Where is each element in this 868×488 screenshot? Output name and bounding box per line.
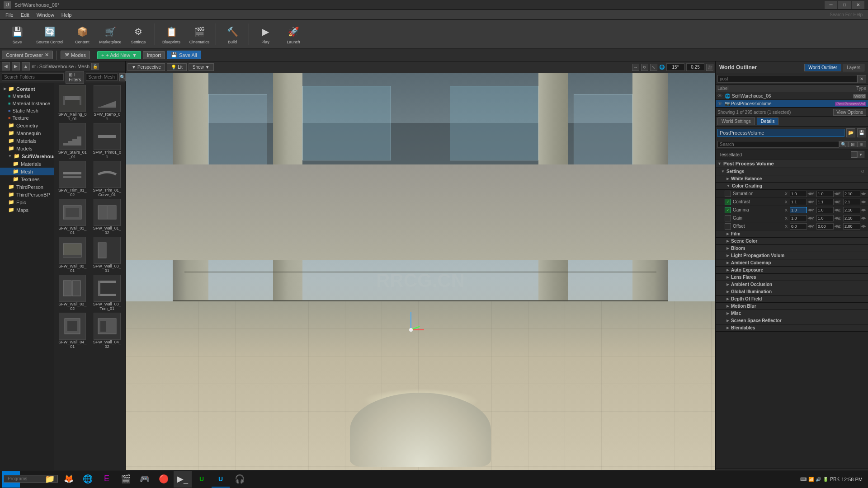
- tree-item-static-mesh[interactable]: ■ Static Mesh: [0, 107, 54, 114]
- asset-search-input[interactable]: [86, 73, 118, 81]
- taskbar-ue4-active[interactable]: U: [212, 471, 230, 488]
- ppv-visibility-icon[interactable]: 👁: [717, 101, 725, 106]
- saturation-enable[interactable]: [725, 191, 731, 197]
- menu-window[interactable]: Window: [33, 11, 58, 19]
- tree-item-textures[interactable]: 📁 Textures: [0, 175, 54, 183]
- maximize-button[interactable]: □: [838, 1, 851, 9]
- browse-button[interactable]: 📂: [846, 128, 855, 137]
- dof-subsection[interactable]: ▶ Depth Of Field: [716, 296, 868, 303]
- tessellated-expand[interactable]: ▼: [857, 151, 864, 158]
- forward-button[interactable]: ▶: [12, 62, 20, 70]
- auto-exposure-subsection[interactable]: ▶ Auto Exposure: [716, 267, 868, 274]
- list-item[interactable]: SFW_Railing_01_01: [56, 85, 89, 121]
- launch-button[interactable]: 🚀 Launch: [280, 22, 307, 47]
- tessellated-checkbox[interactable]: [851, 151, 857, 158]
- list-item[interactable]: SFW_Stairs_01_01: [56, 123, 89, 159]
- tree-item-geometry[interactable]: 📁 Geometry: [0, 122, 54, 129]
- save-details-button[interactable]: 💾: [857, 128, 866, 137]
- offset-enable[interactable]: [725, 223, 731, 230]
- rotate-button[interactable]: ↻: [641, 64, 648, 71]
- perspective-button[interactable]: ▼ Perspective: [127, 63, 165, 71]
- settings-button[interactable]: ⚙ Settings: [125, 22, 152, 47]
- blendables-subsection[interactable]: ▶ Blendables: [716, 324, 868, 332]
- search-button[interactable]: 🔍: [119, 73, 126, 81]
- taskbar-unreal[interactable]: U: [193, 471, 211, 488]
- add-new-button[interactable]: + + Add New ▼: [97, 51, 141, 59]
- sys-network-icon[interactable]: 📶: [808, 477, 814, 482]
- list-item[interactable]: SFW_Wall_04_02: [91, 313, 124, 349]
- contrast-x[interactable]: [790, 199, 807, 205]
- menu-edit[interactable]: Edit: [17, 11, 33, 19]
- tree-item-maps[interactable]: 📁 Maps: [0, 206, 54, 214]
- outliner-row-world[interactable]: 👁 🌐 ScifiWarehouse_06 World: [716, 92, 868, 100]
- tree-item-mesh[interactable]: 📁 Mesh: [0, 168, 54, 175]
- lock-button[interactable]: 🔒: [91, 63, 99, 70]
- ssr-subsection[interactable]: ▶ Screen Space Reflector: [716, 317, 868, 324]
- taskbar-file-explorer[interactable]: 📁: [41, 471, 59, 488]
- translate-button[interactable]: ↔: [632, 64, 639, 71]
- gamma-x[interactable]: [790, 207, 807, 213]
- tree-item-materials[interactable]: 📁 Materials: [0, 137, 54, 145]
- taskbar-epic[interactable]: E: [98, 471, 116, 488]
- details-search-input[interactable]: [717, 141, 839, 148]
- up-button[interactable]: ▲: [22, 62, 30, 70]
- outliner-close-search[interactable]: ✕: [857, 75, 866, 83]
- outliner-row-ppv[interactable]: 👁 📷 PostProcessVolume PostProcessVol: [716, 100, 868, 108]
- tree-item-thirdperson[interactable]: 📁 ThirdPerson: [0, 183, 54, 191]
- tree-item-material-instance[interactable]: ■ Material Instance: [0, 100, 54, 107]
- camera-speed[interactable]: 🎥: [706, 64, 713, 71]
- save-all-button[interactable]: 💾 Save All: [167, 51, 201, 59]
- ambient-cubemap-subsection[interactable]: ▶ Ambient Cubemap: [716, 259, 868, 267]
- list-item[interactable]: SFW_Trim01_01: [91, 123, 124, 159]
- saturation-x[interactable]: [790, 191, 807, 197]
- world-settings-tab[interactable]: World Settings: [717, 117, 755, 125]
- gain-z[interactable]: [843, 215, 860, 221]
- tree-item-thirdpersonbp[interactable]: 📁 ThirdPersonBP: [0, 191, 54, 198]
- list-item[interactable]: SFW_Wall_01_02: [91, 199, 124, 235]
- list-item[interactable]: SFW_Wall_03_Trim_01: [91, 275, 124, 311]
- breadcrumb-mesh[interactable]: Mesh: [77, 64, 90, 69]
- color-grading-subsection[interactable]: ▼ Color Grading: [716, 183, 868, 190]
- show-button[interactable]: Show ▼: [189, 63, 214, 71]
- close-tab-icon[interactable]: ✕: [45, 52, 49, 58]
- lpv-subsection[interactable]: ▶ Light Propagation Volum: [716, 252, 868, 259]
- taskbar-search[interactable]: [22, 471, 40, 488]
- folder-search-input[interactable]: [2, 73, 64, 81]
- details-search-icon[interactable]: 🔍: [839, 141, 848, 147]
- taskbar-firefox[interactable]: 🦊: [60, 471, 78, 488]
- build-button[interactable]: 🔨 Build: [219, 22, 246, 47]
- offset-y[interactable]: [816, 223, 834, 230]
- settings-reset-icon[interactable]: ↺: [861, 169, 864, 174]
- list-item[interactable]: SFW_Trim_01_02: [56, 161, 89, 197]
- motion-blur-subsection[interactable]: ▶ Motion Blur: [716, 303, 868, 310]
- taskbar-vlc[interactable]: 🎬: [117, 471, 135, 488]
- layers-tab[interactable]: Layers: [843, 64, 864, 71]
- settings-subsection[interactable]: ▼ Settings ↺: [716, 168, 868, 175]
- visibility-icon[interactable]: 👁: [717, 93, 725, 99]
- list-item[interactable]: SFW_Wall_03_02: [56, 275, 89, 311]
- marketplace-button[interactable]: 🛒 Marketplace: [97, 22, 124, 47]
- taskbar-app1[interactable]: 🔴: [155, 471, 173, 488]
- details-tab[interactable]: Details: [757, 117, 779, 125]
- global-illumination-subsection[interactable]: ▶ Global Illumination: [716, 288, 868, 296]
- list-item[interactable]: SFW_Wall_03_01: [91, 237, 124, 273]
- details-grid-button[interactable]: ⊞: [848, 141, 857, 147]
- gamma-enable[interactable]: ✓: [725, 207, 731, 213]
- world-local[interactable]: 🌐: [659, 65, 665, 70]
- back-button[interactable]: ◀: [2, 62, 10, 70]
- filters-button[interactable]: ⊞ T Filters: [66, 71, 84, 84]
- world-outliner-tab[interactable]: World Outliner: [804, 64, 841, 71]
- cinematics-button[interactable]: 🎬 Cinematics: [186, 22, 213, 47]
- viewport[interactable]: RRCG.CN Level: ScifiWarehouse_06 (Persis…: [126, 73, 715, 488]
- list-item[interactable]: SFW_Trim_01_Curve_01: [91, 161, 124, 197]
- outliner-search-input[interactable]: [717, 75, 857, 83]
- import-button[interactable]: Import: [143, 51, 165, 59]
- bloom-subsection[interactable]: ▶ Bloom: [716, 245, 868, 252]
- tree-item-content[interactable]: ▶📁 Content: [0, 85, 54, 93]
- minimize-button[interactable]: ─: [825, 1, 837, 9]
- tree-item-scifiwarehouse[interactable]: ▼📁 ScifiWarehouse: [0, 152, 54, 160]
- offset-z[interactable]: [843, 223, 860, 230]
- save-button[interactable]: 💾 Save: [4, 22, 31, 47]
- gain-enable[interactable]: [725, 215, 731, 221]
- tree-item-models[interactable]: 📁 Models: [0, 145, 54, 152]
